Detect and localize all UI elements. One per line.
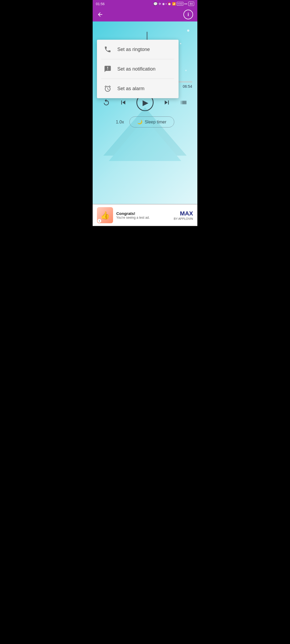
alarm-label: Set as alarm — [117, 86, 144, 92]
navigation-bar — [93, 226, 197, 226]
telegram-icon: ✈ — [158, 2, 161, 6]
status-time: 01:56 — [96, 2, 105, 6]
menu-item-ringtone[interactable]: Set as ringtone — [97, 40, 179, 59]
whatsapp-icon: 💬 — [153, 2, 158, 6]
ringtone-label: Set as ringtone — [117, 47, 150, 52]
signal-icon: ▪▪▪ — [184, 2, 187, 5]
status-icons: 💬 ✈ ◉ • ⏰ 📶 VOD ▪▪▪ 44 — [153, 2, 194, 6]
ad-info-icon: i — [97, 219, 101, 223]
ad-subtitle: You're seeing a test ad. — [116, 216, 171, 219]
vod-icon: VOD — [177, 2, 184, 6]
back-button[interactable] — [97, 11, 103, 18]
ad-brand: MAX BY APPLOVIN — [174, 210, 193, 220]
status-bar: 01:56 💬 ✈ ◉ • ⏰ 📶 VOD ▪▪▪ 44 — [93, 0, 197, 8]
ad-text-area: Congrats! You're seeing a test ad. — [116, 211, 171, 219]
main-content: ♩ Bacaan Tahlil Mp3 08:52 06:54 ▶ — [93, 21, 197, 204]
dropdown-overlay: Set as ringtone Set as notification — [93, 21, 197, 204]
notification-icon — [103, 65, 112, 73]
ad-brand-by: BY APPLOVIN — [174, 217, 193, 220]
wechat-icon: ◉ — [162, 2, 165, 6]
alarm-status-icon: ⏰ — [168, 2, 171, 6]
ad-brand-name: MAX — [174, 210, 193, 217]
menu-item-alarm[interactable]: Set as alarm — [97, 79, 179, 98]
menu-item-notification[interactable]: Set as notification — [97, 59, 179, 79]
ad-banner[interactable]: 👍 i Congrats! You're seeing a test ad. M… — [93, 204, 197, 226]
phone-icon — [103, 46, 112, 53]
alarm-icon — [103, 85, 112, 92]
ad-thumbnail: 👍 i — [97, 207, 113, 223]
battery-icon: 44 — [188, 2, 194, 6]
app-bar: i — [93, 8, 197, 21]
ad-congrats: Congrats! — [116, 211, 171, 216]
info-button[interactable]: i — [183, 10, 193, 19]
dropdown-menu: Set as ringtone Set as notification — [97, 40, 179, 98]
dot-icon: • — [166, 2, 167, 5]
notification-label: Set as notification — [117, 66, 155, 72]
wifi-icon: 📶 — [172, 2, 176, 6]
